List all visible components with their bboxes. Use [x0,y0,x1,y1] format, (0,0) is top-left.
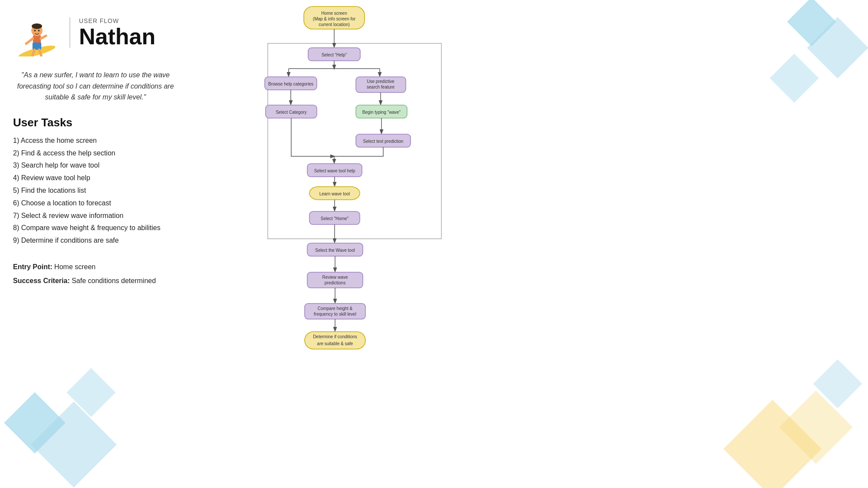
conv-right [335,147,383,156]
svg-point-4 [32,23,42,29]
header-text: USER FLOW Nathan [69,17,155,48]
list-item: 4) Review wave tool help [13,172,230,185]
list-item: 7) Select & review wave information [13,210,230,222]
node-compare-text1: Compare height & [318,306,353,311]
list-item: 5) Find the locations list [13,185,230,197]
node-learn-wave-text: Learn wave tool [319,191,350,196]
node-home-text2: (Map & info screen for [313,16,356,21]
node-select-cat-text: Select Category [276,110,306,115]
node-typing-text: Begin typing "wave" [362,110,401,115]
node-wave-tool-text: Select the Wave tool [315,248,355,253]
avatar [13,9,61,56]
svg-point-10 [38,30,40,32]
node-text-pred-text: Select text prediction [363,139,404,144]
success-criteria-label: Success Criteria: [13,277,72,284]
svg-point-9 [34,30,36,32]
node-predictive-text1: Use predictive [367,79,395,84]
list-item: 1) Access the home screen [13,135,230,147]
list-item: 8) Compare wave height & frequency to ab… [13,222,230,234]
flowchart: Home screen (Map & info screen for curre… [241,0,467,478]
entry-point-label: Entry Point: [13,263,54,270]
entry-point-line: Entry Point: Home screen [13,260,230,274]
node-determine-text2: are suitable & safe [317,341,353,346]
node-select-help-text: Select "Help" [322,53,347,57]
node-home-text1: Home screen [321,11,347,16]
success-criteria-value: Safe conditions determined [72,277,156,284]
conv-left [291,118,334,156]
entry-success: Entry Point: Home screen Success Criteri… [13,260,230,288]
node-browse-help-text: Browse help categories [268,82,313,86]
svg-line-5 [26,39,33,44]
node-review-wave-text1: Review wave [322,275,348,280]
list-item: 9) Determine if conditions are safe [13,234,230,247]
header-section: USER FLOW Nathan [13,9,230,56]
task-list: 1) Access the home screen 2) Find & acce… [13,135,230,247]
svg-rect-2 [33,43,41,50]
node-home-text3: current location) [319,22,350,27]
list-item: 3) Search help for wave tool [13,159,230,172]
left-panel: USER FLOW Nathan "As a new surfer, I wan… [13,9,230,288]
svg-rect-12 [268,43,441,239]
entry-point-value: Home screen [54,263,95,270]
node-predictive-text2: search feature [367,85,395,89]
node-wave-help-text: Select wave tool help [314,168,355,173]
success-criteria-line: Success Criteria: Safe conditions determ… [13,274,230,288]
user-tasks-title: User Tasks [13,116,230,129]
list-item: 2) Find & access the help section [13,147,230,160]
diamond-decoration-tr3 [769,53,819,102]
node-determine-text1: Determine if conditions [313,334,357,339]
user-flow-label: USER FLOW [79,17,155,24]
list-item: 6) Choose a location to forecast [13,197,230,210]
quote-text: "As a new surfer, I want to learn to use… [13,69,178,103]
name-title: Nathan [79,25,155,48]
node-review-wave-text2: predictions [325,280,345,285]
node-compare-text2: frequency to skill level [314,312,356,317]
svg-line-6 [41,36,46,38]
node-select-home-text: Select "Home" [321,216,349,221]
